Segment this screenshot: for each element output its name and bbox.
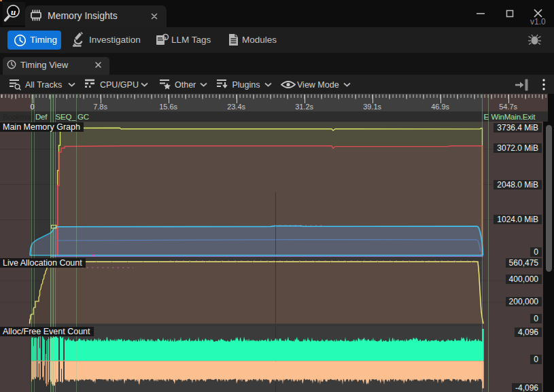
- svg-text:u: u: [11, 7, 16, 17]
